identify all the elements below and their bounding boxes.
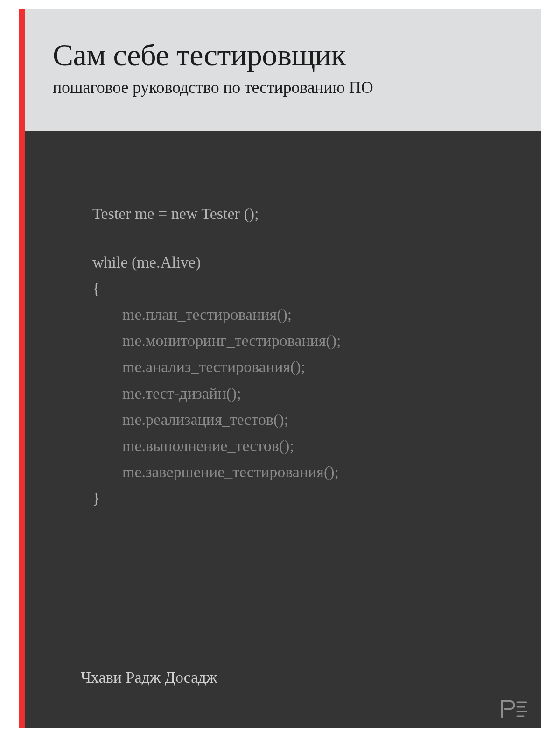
code-line: me.выполнение_тестов(); xyxy=(92,433,527,459)
code-line: me.тест-дизайн(); xyxy=(92,381,527,407)
book-cover: Сам себе тестировщик пошаговое руководст… xyxy=(19,9,541,728)
code-line: Tester me = new Tester (); xyxy=(92,201,527,227)
accent-stripe xyxy=(19,9,25,728)
header-band: Сам себе тестировщик пошаговое руководст… xyxy=(25,9,541,131)
code-line: while (me.Alive) xyxy=(92,249,527,275)
code-line: me.завершение_тестирования(); xyxy=(92,459,527,485)
dark-panel: Tester me = new Tester (); while (me.Ali… xyxy=(25,131,541,728)
code-block: Tester me = new Tester (); while (me.Ali… xyxy=(92,201,527,511)
author-name: Чхави Радж Досадж xyxy=(81,669,217,686)
code-line: me.план_тестирования(); xyxy=(92,302,527,328)
book-subtitle: пошаговое руководство по тестированию ПО xyxy=(53,78,523,97)
code-line: me.реализация_тестов(); xyxy=(92,407,527,433)
publisher-logo-icon xyxy=(501,700,527,718)
code-line: me.мониторинг_тестирования(); xyxy=(92,328,527,354)
book-title: Сам себе тестировщик xyxy=(53,37,523,73)
code-line: me.анализ_тестирования(); xyxy=(92,354,527,380)
code-line: } xyxy=(92,485,527,511)
code-line: { xyxy=(92,275,527,302)
